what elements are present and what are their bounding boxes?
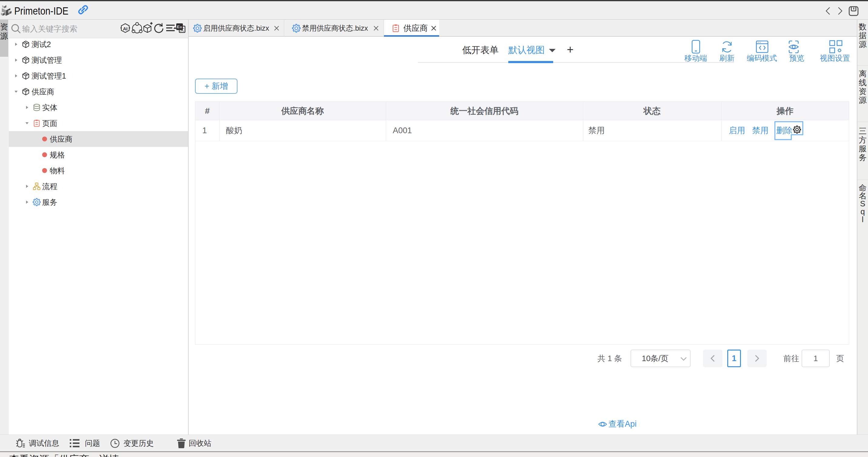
svg-text:AI: AI <box>123 26 128 31</box>
svg-text:文: 文 <box>180 27 184 32</box>
